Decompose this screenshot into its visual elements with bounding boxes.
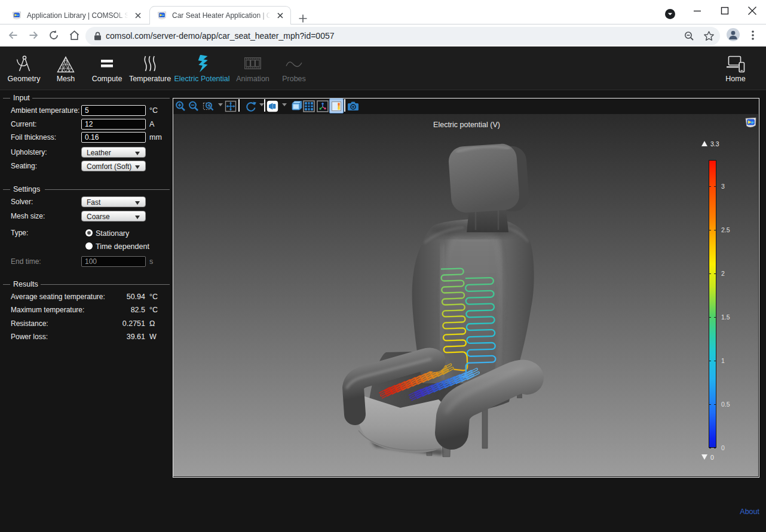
minimize-button[interactable] [684, 0, 711, 21]
radio-stationary[interactable]: Stationary [85, 229, 169, 237]
upholstery-dropdown[interactable]: Leather [81, 147, 146, 158]
zoom-out-icon[interactable] [188, 100, 200, 112]
result-label: Resistance: [11, 319, 48, 328]
film-strip-icon [244, 55, 261, 73]
seating-dropdown[interactable]: Comfort (Soft) [81, 161, 146, 171]
rotate-view-icon[interactable] [245, 100, 257, 112]
comsol-logo [744, 116, 757, 129]
zoom-box-dropdown-arrow[interactable] [218, 103, 223, 106]
forward-button[interactable] [23, 25, 44, 45]
colorbar-tick [714, 448, 716, 448]
graphics-panel: Electric potential (V) 3.3 0 32.521.510.… [173, 98, 759, 478]
toolbar-label: Mesh [57, 75, 75, 83]
mesh-size-dropdown[interactable]: Coarse [81, 211, 146, 222]
toolbar-button-geometry[interactable]: Geometry [5, 47, 43, 90]
solver-dropdown[interactable]: Fast [81, 196, 146, 207]
radio-circle [85, 242, 93, 250]
lock-icon [94, 32, 102, 41]
toolbar-button-electric-potential[interactable]: Electric Potential [176, 47, 228, 90]
field-label: Type: [11, 229, 28, 237]
snapshot-camera-icon[interactable] [347, 100, 359, 112]
toolbar-button-compute[interactable]: Compute [88, 47, 126, 90]
radio-time-dependent[interactable]: Time dependent [85, 242, 169, 250]
colorbar-tick [709, 186, 711, 187]
profile-avatar[interactable] [727, 28, 740, 41]
bookmark-star-icon[interactable] [703, 30, 715, 42]
colorbar-tick-label: 1 [721, 357, 725, 364]
colorbar-tick [709, 317, 711, 318]
toolbar-button-temperature[interactable]: Temperature [128, 47, 172, 90]
result-value: 0.2751 [90, 319, 145, 328]
field-mesh-size: Mesh size: Coarse [0, 211, 173, 222]
toolbar-label: Home [725, 75, 745, 83]
grid-icon[interactable] [303, 100, 315, 112]
field-label: Seating: [11, 162, 37, 170]
maximize-button[interactable] [711, 0, 739, 21]
zoom-out-indicator-icon[interactable] [684, 30, 695, 42]
close-window-button[interactable] [739, 0, 766, 21]
foil-thickness-input[interactable] [81, 132, 146, 143]
ambient-temperature-input[interactable] [81, 105, 146, 116]
about-link[interactable]: About [740, 508, 759, 516]
comsol-app: Geometry Mesh Compute [0, 47, 766, 532]
back-button[interactable] [3, 25, 23, 45]
field-unit: A [149, 120, 154, 128]
colorbar-tick-label: 1.5 [721, 313, 730, 321]
equals-icon [100, 55, 114, 73]
result-value: 82.5 [90, 306, 145, 314]
home-button[interactable] [64, 25, 84, 45]
color-legend-toggle[interactable] [329, 99, 344, 113]
field-label: Solver: [11, 198, 33, 206]
result-unit: °C [149, 306, 158, 314]
dropdown-value: Fast [87, 198, 100, 207]
dropdown-arrow-icon [135, 152, 140, 155]
tab-search-button[interactable] [665, 9, 675, 19]
dropdown-arrow-icon [135, 165, 140, 169]
colorbar-tick-label: 0.5 [721, 401, 730, 408]
plot-title: Electric potential (V) [173, 121, 758, 129]
dropdown-arrow-icon [135, 201, 140, 205]
colorbar-tick-label: 0 [721, 444, 725, 451]
new-tab-button[interactable] [297, 13, 309, 24]
toolbar-button-home[interactable]: Home [719, 47, 752, 90]
zoom-in-icon[interactable] [174, 100, 186, 112]
field-unit: s [149, 257, 153, 266]
field-unit: mm [149, 133, 162, 142]
tab-car-seat-heater[interactable]: Car Seat Heater Application | COM [149, 6, 291, 24]
zoom-extents-icon[interactable] [225, 100, 237, 112]
color-legend-icon [332, 102, 341, 111]
section-title: Settings [13, 185, 40, 193]
tab-close-icon[interactable] [275, 10, 286, 21]
zoom-box-icon[interactable] [203, 100, 215, 112]
current-input[interactable] [81, 119, 146, 130]
colorbar-tick-label: 2 [721, 270, 725, 277]
section-title: Input [13, 94, 30, 102]
tab-close-icon[interactable] [133, 10, 143, 21]
field-ambient-temperature: Ambient temperature: °C [0, 105, 173, 116]
section-results: Results [0, 284, 173, 293]
field-label: Current: [11, 120, 36, 128]
plot-canvas[interactable]: Electric potential (V) 3.3 0 32.521.510.… [173, 114, 758, 476]
toolbar-separator [264, 99, 265, 112]
go-to-view-icon[interactable] [266, 100, 278, 112]
end-time-input[interactable] [81, 256, 146, 267]
address-bar[interactable]: comsol.com/server-demo/app/car_seat_heat… [85, 27, 720, 45]
colorbar-tick [709, 404, 711, 405]
field-solver: Solver: Fast [0, 196, 173, 207]
tab-title: Car Seat Heater Application | COM [172, 11, 272, 20]
toolbar-button-probes[interactable]: Probes [278, 47, 310, 90]
max-marker-icon [701, 141, 707, 146]
toolbar-button-animation[interactable]: Animation [232, 47, 273, 90]
browser-menu-button[interactable] [743, 25, 763, 45]
field-label: End time: [11, 257, 41, 266]
colorbar-tick [714, 186, 716, 187]
axis-orientation-icon[interactable] [317, 100, 329, 112]
reload-button[interactable] [44, 25, 64, 45]
tab-application-library[interactable]: Application Library | COMSOL Ser [5, 6, 148, 24]
field-upholstery: Upholstery: Leather [0, 147, 173, 158]
result-value: 39.61 [90, 333, 145, 341]
result-label: Power loss: [11, 333, 48, 341]
toolbar-button-mesh[interactable]: Mesh [50, 47, 82, 90]
view-dropdown-arrow[interactable] [282, 103, 287, 106]
scene-light-icon[interactable] [291, 100, 303, 112]
